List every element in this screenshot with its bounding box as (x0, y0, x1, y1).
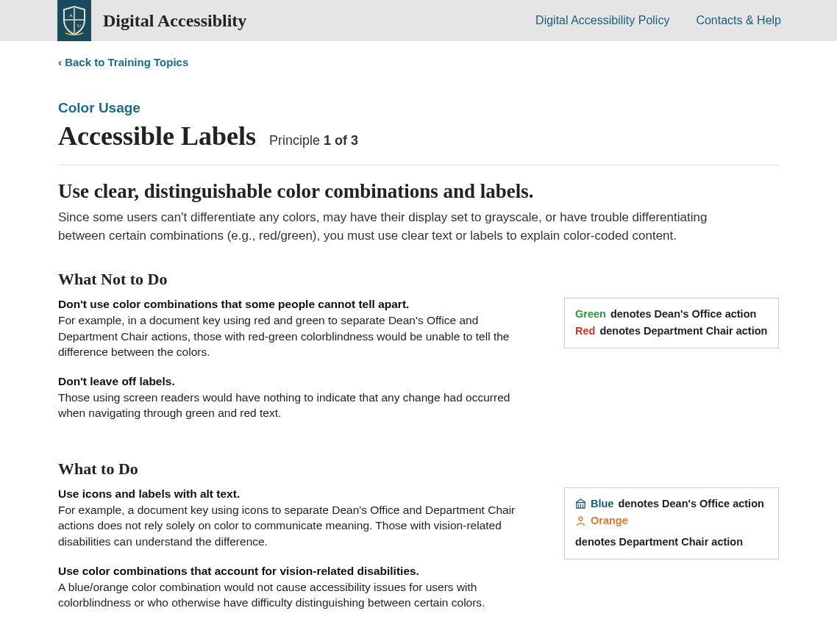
brand-title: Digital Accessiblity (103, 11, 246, 31)
intro-text: Since some users can't differentiate any… (58, 209, 735, 245)
bad-example-line1: Green denotes Dean's Office action (575, 306, 768, 323)
good-example-line1: Blue denotes Dean's Office action (575, 495, 768, 512)
nav-policy-link[interactable]: Digital Accessibility Policy (535, 14, 669, 27)
divider (58, 165, 779, 165)
what-to-p1-body: For example, a document key using icons … (58, 504, 515, 548)
good-line2-text: denotes Department Chair action (575, 534, 743, 551)
what-not-p2: Don't leave off labels. Those using scre… (58, 373, 535, 421)
page-title: Accessible Labels Principle 1 of 3 (58, 121, 779, 151)
subhead: Use clear, distinguishable color combina… (58, 180, 779, 203)
what-to-p2: Use color combinations that account for … (58, 563, 535, 611)
good-line1-text: denotes Dean's Office action (618, 495, 763, 512)
what-to-row: Use icons and labels with alt text. For … (58, 486, 779, 624)
what-to-p1: Use icons and labels with alt text. For … (58, 486, 535, 550)
svg-text:A: A (69, 12, 73, 18)
what-not-heading: What Not to Do (58, 270, 779, 289)
bad-example-line2: Red denotes Department Chair action (575, 323, 768, 340)
what-not-row: Don't use color combinations that some p… (58, 296, 779, 434)
what-not-p1: Don't use color combinations that some p… (58, 296, 535, 360)
what-to-p2-bold: Use color combinations that account for … (58, 565, 419, 577)
back-link[interactable]: ‹ Back to Training Topics (58, 56, 188, 68)
svg-text:U: U (77, 23, 81, 29)
svg-point-8 (579, 518, 583, 521)
page-content: ‹ Back to Training Topics Color Usage Ac… (58, 41, 779, 644)
bad-example-box: Green denotes Dean's Office action Red d… (564, 298, 779, 348)
principle-prefix: Principle (269, 133, 324, 148)
good-example-box: Blue denotes Dean's Office action Orange… (564, 487, 779, 559)
person-icon (575, 515, 586, 526)
good-example-line2: Orange denotes Department Chair action (575, 512, 768, 551)
bad-line2-text: denotes Department Chair action (599, 323, 767, 340)
what-not-p1-bold: Don't use color combinations that some p… (58, 298, 409, 310)
what-not-text: Don't use color combinations that some p… (58, 296, 535, 434)
title-text: Accessible Labels (58, 121, 256, 151)
good-blue-label: Blue (591, 495, 613, 512)
section-label: Color Usage (58, 100, 779, 116)
brand: A U Digital Accessiblity (57, 0, 246, 41)
bad-green-label: Green (575, 306, 606, 323)
shield-icon: A U (61, 5, 88, 36)
bad-red-label: Red (575, 323, 595, 340)
what-to-p1-bold: Use icons and labels with alt text. (58, 487, 240, 500)
topbar: A U Digital Accessiblity Digital Accessi… (0, 0, 837, 41)
what-to-heading: What to Do (58, 459, 779, 479)
nav-contacts-link[interactable]: Contacts & Help (696, 14, 781, 27)
good-example-col: Blue denotes Dean's Office action Orange… (564, 486, 779, 559)
bad-example-col: Green denotes Dean's Office action Red d… (564, 296, 779, 348)
bad-line1-text: denotes Dean's Office action (610, 306, 756, 323)
what-not-p1-body: For example, in a document key using red… (58, 314, 509, 358)
what-not-p2-bold: Don't leave off labels. (58, 375, 175, 387)
building-icon (575, 498, 586, 509)
good-orange-label: Orange (591, 512, 628, 529)
top-nav: Digital Accessibility Policy Contacts & … (535, 14, 781, 27)
what-to-p2-body: A blue/orange color combination would no… (58, 581, 485, 609)
what-not-p2-body: Those using screen readers would have no… (58, 391, 510, 420)
principle-meta: Principle 1 of 3 (269, 133, 358, 149)
principle-position: 1 of 3 (324, 133, 358, 148)
what-to-text: Use icons and labels with alt text. For … (58, 486, 535, 624)
logo-badge: A U (57, 0, 91, 41)
